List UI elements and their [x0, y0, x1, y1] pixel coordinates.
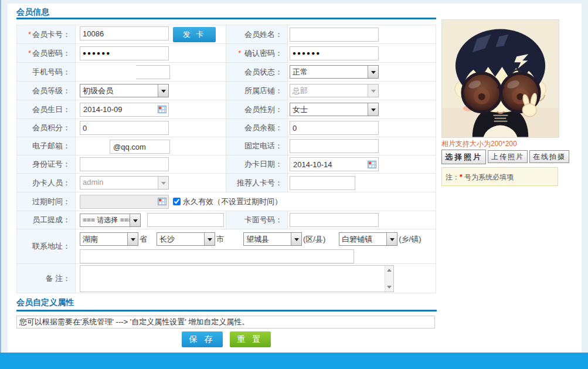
- status-select[interactable]: 正常: [290, 65, 379, 79]
- card-date-input[interactable]: 2014-10-14: [290, 157, 379, 171]
- chevron-down-icon: [204, 233, 215, 245]
- chevron-down-icon: [158, 84, 168, 97]
- chevron-down-icon: [130, 214, 140, 226]
- gender-label: 会员性别：: [244, 105, 283, 114]
- mobile-label: 手机号码：: [32, 67, 70, 76]
- gender-select[interactable]: 女士: [290, 103, 379, 116]
- address-detail-input[interactable]: [80, 249, 354, 263]
- birthday-label: 会员生日：: [32, 105, 70, 114]
- confirm-password-label: 确认密码：: [244, 49, 283, 57]
- commission-input[interactable]: [147, 213, 224, 227]
- district-select[interactable]: 望城县: [243, 232, 302, 246]
- commission-label: 员工提成：: [32, 215, 70, 224]
- operator-select-disabled: admin: [80, 176, 169, 189]
- footer-bar: [0, 353, 588, 369]
- id-no-input[interactable]: [80, 157, 169, 171]
- form-row-address: 联系地址： 湖南 省 长沙 市 望城县 (区/县): [17, 229, 436, 264]
- permanent-checkbox[interactable]: [173, 198, 181, 205]
- photo-panel: 相片支持大小为200*200 选择照片 上传照片 在线拍摄 注：* 号为系统必填…: [441, 19, 559, 186]
- form-row-expire: 过期时间： 永久有效（不设置过期时间）: [17, 192, 436, 211]
- remark-textarea[interactable]: [80, 265, 394, 292]
- issue-card-button[interactable]: 发 卡: [173, 27, 216, 42]
- chevron-down-icon: [158, 177, 168, 189]
- scroll-up-icon[interactable]: [385, 266, 393, 273]
- level-select[interactable]: 初级会员: [80, 84, 169, 97]
- chevron-down-icon: [368, 66, 378, 78]
- photo-size-note: 相片支持大小为200*200: [441, 139, 559, 149]
- calendar-icon: [158, 198, 166, 205]
- card-no-input[interactable]: [80, 26, 169, 40]
- textarea-scrollbar[interactable]: [385, 266, 393, 292]
- form-actions: 保 存 重 置: [16, 331, 436, 347]
- calendar-icon[interactable]: [368, 161, 376, 168]
- scroll-down-icon[interactable]: [385, 284, 393, 292]
- chevron-down-icon: [291, 233, 301, 245]
- permanent-checkbox-label: 永久有效（不设置过期时间）: [183, 197, 282, 206]
- city-select[interactable]: 长沙: [157, 232, 215, 246]
- district-suffix: (区/县): [303, 234, 325, 245]
- section-title-member-info: 会员信息: [16, 7, 49, 18]
- calendar-icon[interactable]: [158, 106, 166, 113]
- member-name-input[interactable]: [290, 28, 379, 42]
- status-label: 会员状态：: [244, 67, 283, 76]
- confirm-password-input[interactable]: [290, 46, 379, 60]
- points-input[interactable]: [80, 121, 169, 135]
- form-row-passwords: *会员密码： * 确认密码：: [17, 44, 436, 63]
- cardno-label: 会员卡号：: [32, 30, 70, 39]
- form-row-commission-cardface: 员工提成： === 请选择 === 卡面号码：: [17, 211, 436, 229]
- reset-button[interactable]: 重 置: [230, 331, 271, 347]
- commission-select[interactable]: === 请选择 ===: [80, 214, 141, 227]
- email-input[interactable]: @qq.com: [110, 140, 170, 154]
- custom-attrs-hint: 您可以根据需要在'系统管理' ---> '自定义属性设置' 增加自定义属性。: [16, 316, 435, 329]
- required-mark: *: [238, 49, 241, 57]
- required-fields-note: 注：* 号为系统必填项: [441, 167, 558, 186]
- mobile-input[interactable]: [136, 65, 170, 79]
- section-title-custom-attrs: 会员自定义属性: [16, 297, 74, 308]
- remark-label: 备 注：: [45, 274, 70, 283]
- idno-label: 身份证号：: [32, 160, 70, 168]
- level-label: 会员等级：: [32, 86, 70, 95]
- choose-photo-button[interactable]: 选择照片: [441, 150, 486, 164]
- operator-label: 办卡人员：: [32, 178, 70, 187]
- form-row-mobile-status: 手机号码： 会员状态： 正常: [17, 63, 436, 82]
- card-date-label: 办卡日期：: [244, 160, 283, 168]
- points-label: 会员积分：: [32, 123, 70, 132]
- town-select[interactable]: 白箬铺镇: [339, 232, 397, 246]
- town-suffix: (乡/镇): [399, 234, 421, 245]
- address-label: 联系地址：: [32, 242, 70, 250]
- form-row-operator-referrer: 办卡人员： admin 推荐人卡号：: [17, 174, 436, 192]
- save-button[interactable]: 保 存: [182, 331, 223, 347]
- chevron-down-icon: [127, 233, 138, 245]
- required-mark: *: [28, 49, 31, 57]
- birthday-input[interactable]: 2014-10-09: [80, 103, 169, 117]
- upload-photo-button[interactable]: 上传照片: [488, 150, 528, 163]
- form-row-level-store: 会员等级： 初级会员 所属店铺： 总部: [17, 82, 436, 100]
- email-label: 电子邮箱：: [32, 141, 70, 150]
- name-label: 会员姓名：: [244, 30, 283, 39]
- section-divider-top: [16, 18, 436, 19]
- balance-label: 会员余额：: [244, 123, 283, 132]
- referrer-input[interactable]: [290, 176, 355, 190]
- phone-label: 固定电话：: [244, 141, 283, 150]
- province-select[interactable]: 湖南: [80, 232, 138, 246]
- required-mark: *: [28, 30, 31, 39]
- form-row-cardno-name: *会员卡号： 发 卡 会员姓名：: [17, 25, 436, 44]
- member-avatar-image: [441, 19, 559, 138]
- form-row-email-phone: 电子邮箱： @qq.com 固定电话：: [17, 137, 436, 155]
- referrer-label: 推荐人卡号：: [237, 178, 283, 187]
- phone-input[interactable]: [290, 139, 379, 153]
- balance-input[interactable]: [290, 121, 379, 135]
- form-row-birthday-gender: 会员生日： 2014-10-09 会员性别： 女士: [17, 100, 436, 119]
- chevron-down-icon: [368, 84, 378, 97]
- form-row-remark: 备 注：: [17, 264, 436, 293]
- password-label: 会员密码：: [32, 49, 70, 57]
- section-divider-bottom: [16, 310, 437, 312]
- chevron-down-icon: [386, 233, 397, 245]
- store-select-disabled: 总部: [290, 84, 379, 97]
- card-face-input[interactable]: [290, 213, 379, 227]
- online-capture-button[interactable]: 在线拍摄: [529, 150, 569, 163]
- member-info-form: *会员卡号： 发 卡 会员姓名： *会员密码： * 确认密码： 手机号码： 会员…: [16, 25, 436, 293]
- member-form-page: 会员信息 *会员卡号： 发 卡 会员姓名： *会员密码： * 确认密码： 手机号…: [0, 0, 588, 369]
- password-input[interactable]: [80, 46, 169, 60]
- expire-input-disabled: [80, 195, 169, 209]
